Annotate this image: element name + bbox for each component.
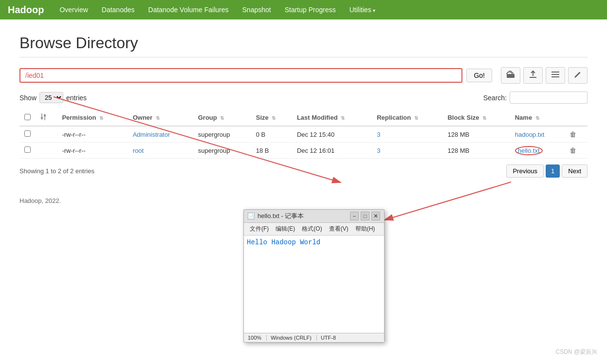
sort-icon-last-modified: ⇅ bbox=[341, 115, 345, 121]
sort-icon-permission: ⇅ bbox=[99, 115, 103, 121]
notepad-popup: 📄 hello.txt - 记事本 − □ ✕ 文件(F) 编辑(E) 格式(O… bbox=[243, 209, 385, 219]
search-label: Search: bbox=[483, 94, 507, 102]
row2-empty bbox=[36, 143, 57, 159]
row2-group: supergroup bbox=[193, 143, 251, 159]
row1-delete-icon[interactable]: 🗑 bbox=[570, 130, 576, 138]
row2-name: hello.txt bbox=[510, 143, 565, 159]
sort-icon-size: ⇅ bbox=[272, 115, 276, 121]
row2-owner: root bbox=[128, 143, 193, 159]
row2-owner-link[interactable]: root bbox=[133, 147, 144, 154]
col-last-modified[interactable]: Last Modified ⇅ bbox=[292, 109, 372, 126]
svg-rect-2 bbox=[552, 74, 559, 75]
table-row: -rw-r--r-- Administrator supergroup 0 B … bbox=[19, 126, 588, 143]
pencil-icon-btn[interactable] bbox=[568, 67, 588, 84]
current-page: 1 bbox=[546, 164, 560, 178]
svg-rect-0 bbox=[530, 77, 536, 78]
select-all-checkbox[interactable] bbox=[24, 114, 31, 120]
entries-label: entries bbox=[66, 94, 87, 102]
row2-delete: 🗑 bbox=[565, 143, 588, 159]
col-sort-icon bbox=[36, 109, 57, 126]
notepad-titlebar: 📄 hello.txt - 记事本 − □ ✕ bbox=[244, 210, 384, 219]
directory-table: Permission ⇅ Owner ⇅ Group ⇅ Size ⇅ Last… bbox=[19, 109, 588, 159]
row1-permission: -rw-r--r-- bbox=[57, 126, 128, 143]
sort-icon-replication: ⇅ bbox=[414, 115, 418, 121]
col-group[interactable]: Group ⇅ bbox=[193, 109, 251, 126]
navbar: Hadoop Overview Datanodes Datanode Volum… bbox=[0, 0, 607, 19]
row2-size: 18 B bbox=[251, 143, 292, 159]
path-bar: Go! bbox=[19, 67, 588, 84]
col-owner[interactable]: Owner ⇅ bbox=[128, 109, 193, 126]
sort-icon-block-size: ⇅ bbox=[482, 115, 486, 121]
row1-empty bbox=[36, 126, 57, 143]
nav-item-overview[interactable]: Overview bbox=[54, 2, 93, 18]
page-title: Browse Directory bbox=[19, 34, 588, 57]
nav-item-datanodes[interactable]: Datanodes bbox=[96, 2, 141, 18]
nav-item-startup-progress[interactable]: Startup Progress bbox=[279, 2, 342, 18]
path-input[interactable] bbox=[19, 68, 462, 83]
row1-modified: Dec 12 15:40 bbox=[292, 126, 372, 143]
svg-rect-3 bbox=[552, 76, 559, 77]
col-replication[interactable]: Replication ⇅ bbox=[372, 109, 442, 126]
next-button[interactable]: Next bbox=[562, 164, 588, 178]
row1-block-size: 128 MB bbox=[442, 126, 510, 143]
pagination: Previous 1 Next bbox=[506, 164, 588, 178]
footer-text: Hadoop, 2022. bbox=[19, 197, 61, 204]
row2-modified: Dec 12 16:01 bbox=[292, 143, 372, 159]
table-footer: Showing 1 to 2 of 2 entries Previous 1 N… bbox=[19, 164, 588, 178]
sort-icon-group: ⇅ bbox=[220, 115, 224, 121]
search-input[interactable] bbox=[510, 91, 588, 104]
folder-icon-btn[interactable] bbox=[501, 67, 520, 84]
svg-rect-1 bbox=[552, 72, 559, 73]
row2-delete-icon[interactable]: 🗑 bbox=[570, 146, 576, 154]
col-actions bbox=[565, 109, 588, 126]
row2-permission: -rw-r--r-- bbox=[57, 143, 128, 159]
showing-text: Showing 1 to 2 of 2 entries bbox=[19, 167, 94, 175]
navbar-nav: Overview Datanodes Datanode Volume Failu… bbox=[54, 2, 381, 18]
row1-owner-link[interactable]: Administrator bbox=[133, 131, 170, 138]
controls-row: Show 25 10 50 entries Search: bbox=[19, 91, 588, 104]
main-content: Browse Directory Go! Show 25 10 bbox=[0, 19, 607, 219]
row1-delete: 🗑 bbox=[565, 126, 588, 143]
col-size[interactable]: Size ⇅ bbox=[251, 109, 292, 126]
header-checkbox-cell bbox=[19, 109, 36, 126]
col-block-size[interactable]: Block Size ⇅ bbox=[442, 109, 510, 126]
nav-item-snapshot[interactable]: Snapshot bbox=[237, 2, 277, 18]
maximize-button[interactable]: □ bbox=[361, 212, 369, 219]
col-permission[interactable]: Permission ⇅ bbox=[57, 109, 128, 126]
page-footer: Hadoop, 2022. bbox=[19, 197, 588, 204]
notepad-title-text: hello.txt - 记事本 bbox=[258, 212, 304, 219]
row1-name: hadoop.txt bbox=[510, 126, 565, 143]
row2-checkbox-cell bbox=[19, 143, 36, 159]
notepad-icon: 📄 bbox=[248, 213, 255, 219]
row2-checkbox[interactable] bbox=[24, 146, 31, 153]
nav-item-utilities[interactable]: Utilities▾ bbox=[344, 2, 381, 18]
sort-icon-name: ⇅ bbox=[535, 115, 539, 121]
row2-replication: 3 bbox=[372, 143, 442, 159]
list-icon-btn[interactable] bbox=[546, 67, 565, 84]
row1-replication-link[interactable]: 3 bbox=[377, 131, 380, 138]
dropdown-arrow-icon: ▾ bbox=[373, 8, 375, 13]
upload-icon-btn[interactable] bbox=[523, 67, 543, 84]
nav-item-datanode-failures[interactable]: Datanode Volume Failures bbox=[143, 2, 235, 18]
close-button[interactable]: ✕ bbox=[371, 212, 380, 219]
row2-name-link[interactable]: hello.txt bbox=[515, 146, 543, 155]
previous-button[interactable]: Previous bbox=[506, 164, 544, 178]
notepad-win-buttons: − □ ✕ bbox=[350, 212, 380, 219]
entries-select[interactable]: 25 10 50 bbox=[39, 92, 63, 103]
notepad-title-left: 📄 hello.txt - 记事本 bbox=[248, 212, 304, 219]
row2-block-size: 128 MB bbox=[442, 143, 510, 159]
col-name[interactable]: Name ⇅ bbox=[510, 109, 565, 126]
row1-checkbox-cell bbox=[19, 126, 36, 143]
show-label: Show bbox=[19, 94, 37, 102]
table-row: -rw-r--r-- root supergroup 18 B Dec 12 1… bbox=[19, 143, 588, 159]
row1-name-link[interactable]: hadoop.txt bbox=[515, 131, 545, 138]
go-button[interactable]: Go! bbox=[466, 69, 492, 82]
minimize-button[interactable]: − bbox=[350, 212, 359, 219]
row1-size: 0 B bbox=[251, 126, 292, 143]
row2-replication-link[interactable]: 3 bbox=[377, 147, 380, 154]
navbar-brand[interactable]: Hadoop bbox=[8, 4, 44, 16]
row1-checkbox[interactable] bbox=[24, 130, 31, 137]
row1-group: supergroup bbox=[193, 126, 251, 143]
row1-owner: Administrator bbox=[128, 126, 193, 143]
sort-icon-owner: ⇅ bbox=[156, 115, 160, 121]
